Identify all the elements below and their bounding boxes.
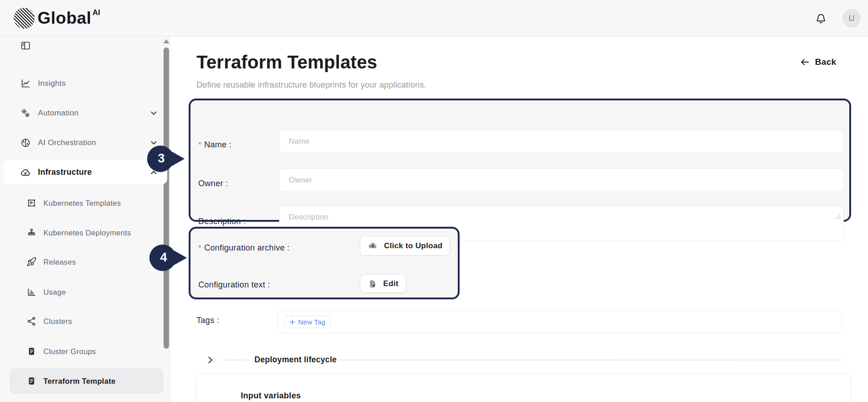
app-header: Global AI U [0, 0, 868, 37]
sidebar-item-label: Infrastructure [38, 167, 92, 177]
document-icon [26, 346, 37, 356]
lifecycle-section-label: Deployment lifecycle [254, 355, 337, 365]
chevron-down-icon[interactable] [151, 141, 157, 145]
notification-bell-icon[interactable] [814, 11, 828, 25]
sidebar-item-label: Releases [43, 258, 76, 266]
logo: Global AI [14, 8, 100, 29]
divider-line [339, 360, 842, 360]
click-to-upload-button[interactable]: Click to Upload [360, 236, 450, 256]
tags-field-label: Tags : [196, 316, 219, 325]
sidebar-item-label: Cluster Groups [43, 347, 96, 356]
upload-button-label: Click to Upload [384, 241, 442, 251]
sidebar-item-insights[interactable]: Insights [0, 71, 170, 96]
cloud-icon [20, 167, 31, 178]
arrow-left-icon [799, 57, 810, 68]
avatar-initial: U [849, 14, 855, 23]
sidebar-item-label: Kubernetes Deployments [43, 229, 131, 237]
description-field-label: Description : [198, 217, 246, 226]
sidebar-item-label: Usage [43, 288, 66, 297]
sidebar-item-terraform-template[interactable]: Terraform Template [10, 368, 164, 394]
owner-input[interactable] [279, 168, 844, 192]
hierarchy-icon [26, 228, 37, 238]
new-tag-label: New Tag [298, 318, 326, 326]
annotation-badge-3: 3 [147, 146, 174, 172]
input-variables-card: Input variables [196, 374, 851, 402]
config-text-label: Configuration text : [198, 280, 270, 290]
scrollbar-up-arrow[interactable] [163, 39, 169, 43]
chevron-down-icon[interactable] [151, 111, 157, 115]
basic-info-section: *Name : Owner : Description : [189, 99, 851, 222]
plus-icon [290, 319, 295, 325]
document-icon [26, 376, 37, 386]
app-root: Global AI U Insights [0, 0, 868, 402]
name-field-label: *Name : [198, 140, 232, 150]
edit-configuration-button[interactable]: Edit [360, 274, 406, 293]
page-subtitle: Define reusable infrastructure blueprint… [196, 80, 426, 90]
annotation-badge-4: 4 [149, 245, 176, 271]
sidebar-item-label: Automation [38, 109, 79, 118]
divider-line [220, 360, 249, 360]
logo-superscript: AI [92, 8, 100, 17]
cloud-upload-icon [367, 240, 378, 251]
line-chart-icon [20, 78, 31, 89]
sidebar-item-cluster-groups[interactable]: Cluster Groups [0, 339, 170, 364]
sidebar-item-label: Clusters [43, 317, 72, 326]
owner-field-label: Owner : [198, 179, 228, 188]
bar-chart-icon [26, 287, 37, 297]
required-asterisk: * [198, 244, 201, 252]
sidebar-collapse-icon[interactable] [20, 40, 31, 51]
tags-input-container[interactable]: New Tag [277, 310, 842, 333]
textarea-resize-handle[interactable] [836, 214, 841, 219]
input-variables-label: Input variables [241, 391, 301, 401]
back-label: Back [815, 57, 836, 67]
sidebar-item-ai-orchestration[interactable]: AI Orchestration [0, 130, 170, 156]
user-avatar[interactable]: U [842, 9, 861, 27]
configuration-section: *Configuration archive : Click to Upload… [189, 227, 460, 299]
sidebar-item-clusters[interactable]: Clusters [0, 308, 170, 334]
required-asterisk: * [198, 141, 201, 149]
back-button[interactable]: Back [799, 57, 836, 68]
edit-button-label: Edit [383, 279, 398, 288]
new-tag-button[interactable]: New Tag [284, 316, 331, 328]
sidebar-item-label: Kubernetes Templates [43, 199, 121, 208]
rocket-icon [26, 257, 37, 267]
logo-mark-icon [14, 8, 35, 29]
logo-text: Global [37, 8, 91, 29]
brain-icon [20, 137, 31, 148]
template-frame-icon [26, 198, 37, 208]
sidebar-item-infrastructure[interactable]: Infrastructure [4, 160, 167, 184]
sidebar: Insights Automation AI Orchestration [0, 37, 170, 402]
sidebar-item-label: Terraform Template [43, 377, 116, 386]
lifecycle-expand-chevron-icon[interactable] [208, 356, 213, 364]
sidebar-item-automation[interactable]: Automation [0, 100, 170, 126]
page-title: Terraform Templates [196, 52, 377, 73]
edit-document-icon [368, 279, 378, 289]
gears-icon [20, 108, 31, 119]
sidebar-item-kubernetes-deployments[interactable]: Kubernetes Deployments [0, 220, 170, 245]
sidebar-item-usage[interactable]: Usage [0, 279, 170, 305]
sidebar-item-label: Insights [38, 79, 66, 88]
sidebar-item-kubernetes-templates[interactable]: Kubernetes Templates [0, 190, 170, 216]
sidebar-item-label: AI Orchestration [38, 138, 96, 147]
main-content: Terraform Templates Define reusable infr… [170, 37, 868, 402]
name-input[interactable] [279, 130, 844, 153]
network-icon [26, 316, 37, 326]
config-archive-label: *Configuration archive : [198, 243, 290, 253]
sidebar-item-releases[interactable]: Releases [0, 249, 170, 275]
